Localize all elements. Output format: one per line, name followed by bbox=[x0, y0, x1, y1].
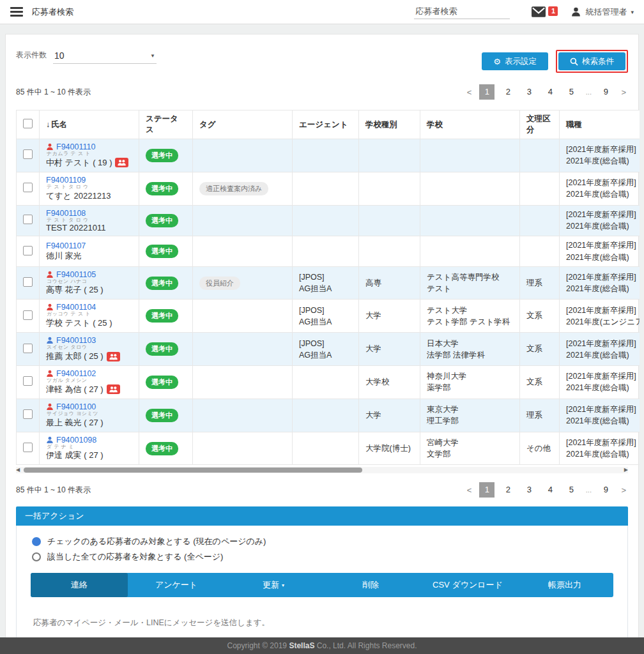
page-button[interactable]: 3 bbox=[521, 84, 537, 100]
row-checkbox[interactable] bbox=[23, 344, 33, 353]
status-badge: 選考中 bbox=[146, 149, 178, 162]
page-button[interactable]: 5 bbox=[564, 84, 579, 100]
target-radio[interactable] bbox=[32, 537, 41, 546]
page-button[interactable]: 2 bbox=[500, 84, 516, 100]
table-row: F94001102 ツガル タメシン 津軽 為信 ( 27 ) 選考中 大学校 … bbox=[17, 366, 640, 399]
prev-page-button[interactable]: < bbox=[465, 87, 474, 97]
applicant-name: 推薦 太郎 ( 25 ) bbox=[46, 351, 103, 362]
search-input[interactable] bbox=[414, 5, 510, 19]
page-button[interactable]: 1 bbox=[479, 482, 494, 498]
applicant-name: 伊達 成実 ( 27 ) bbox=[46, 450, 103, 461]
person-icon bbox=[46, 271, 54, 278]
table-row: F94001110 ナカムラ テ ス ト 中村 テスト ( 19 ) 選考中 [… bbox=[17, 139, 640, 172]
people-badge-icon bbox=[107, 384, 120, 394]
col-header-bunri: 文理区分 bbox=[520, 110, 560, 139]
furigana: サイジョウ ヨシミツ bbox=[47, 411, 132, 417]
search-conditions-button[interactable]: 検索条件 bbox=[558, 52, 625, 70]
select-all-checkbox[interactable] bbox=[23, 119, 33, 128]
col-header-job: 職種 bbox=[560, 110, 640, 139]
applicant-name: てすと 20221213 bbox=[46, 190, 111, 202]
applicant-id-link[interactable]: F94001102 bbox=[56, 369, 96, 378]
copyright-pre: Copyright © 2019 bbox=[227, 641, 289, 650]
user-menu[interactable]: 統括管理者 ▾ bbox=[571, 6, 634, 18]
furigana: ガッコウ テ ス ト bbox=[47, 312, 132, 317]
agent-cell bbox=[293, 366, 359, 399]
mail-icon[interactable] bbox=[532, 6, 546, 17]
agent-cell bbox=[293, 432, 359, 465]
row-checkbox[interactable] bbox=[23, 149, 33, 159]
per-page-select[interactable]: 10 ▼ bbox=[53, 50, 157, 64]
furigana: ダ テ ナ ミ bbox=[47, 445, 132, 450]
page-button[interactable]: 2 bbox=[500, 482, 516, 498]
applicant-id-link[interactable]: F94001107 bbox=[46, 241, 86, 250]
col-header-tag: タグ bbox=[193, 110, 293, 139]
sort-desc-icon[interactable]: ↓ bbox=[46, 120, 50, 129]
search-conditions-highlight: 検索条件 bbox=[556, 50, 628, 73]
applicant-id-link[interactable]: F94001098 bbox=[56, 436, 96, 445]
row-checkbox[interactable] bbox=[23, 215, 33, 224]
job-cell: [2021年度新卒採用] 2021年度(総合職) bbox=[560, 432, 640, 465]
scroll-right-icon[interactable]: ▶ bbox=[624, 467, 628, 473]
status-badge: 選考中 bbox=[146, 376, 178, 389]
applicant-id-link[interactable]: F94001108 bbox=[46, 209, 86, 218]
page-button[interactable]: 4 bbox=[542, 84, 558, 100]
page-button[interactable]: 9 bbox=[598, 84, 613, 100]
school-type-cell bbox=[359, 172, 420, 205]
furigana: テ ス ト タ ロ ウ bbox=[47, 185, 132, 190]
bulk-tabbar: 連絡アンケート更新▾削除CSV ダウンロード帳票出力 bbox=[31, 573, 613, 597]
job-cell: [2021年度新卒採用] 2021年度(総合職) bbox=[560, 172, 640, 205]
row-checkbox[interactable] bbox=[23, 376, 33, 386]
page-button[interactable]: 5 bbox=[564, 482, 579, 498]
brand-name: StellaS bbox=[289, 641, 314, 650]
table-row: F94001108 テ ス ト タ ロ ウ TEST 20221011 選考中 … bbox=[17, 205, 640, 236]
page-ellipsis: ... bbox=[585, 84, 592, 100]
job-cell: [2021年度新卒採用] 2021年度(エンジニア bbox=[560, 300, 640, 333]
next-page-button[interactable]: > bbox=[619, 87, 628, 97]
row-checkbox[interactable] bbox=[23, 246, 33, 255]
scrollbar-thumb[interactable] bbox=[24, 468, 362, 473]
col-header-school-type: 学校種別 bbox=[359, 110, 420, 139]
applicant-id-link[interactable]: F94001104 bbox=[56, 303, 96, 312]
applicant-name: 学校 テスト ( 25 ) bbox=[46, 317, 112, 329]
bulk-tab[interactable]: 連絡 bbox=[31, 573, 128, 597]
status-badge: 選考中 bbox=[146, 214, 178, 227]
row-checkbox[interactable] bbox=[23, 310, 33, 320]
topbar: 応募者検索 1 統括管理者 ▾ bbox=[0, 0, 644, 24]
applicant-id-link[interactable]: F94001109 bbox=[46, 176, 86, 185]
table-row: F94001103 スイセン タロウ 推薦 太郎 ( 25 ) 選考中 [JPO… bbox=[17, 333, 640, 366]
bulk-tab[interactable]: 帳票出力 bbox=[516, 573, 613, 597]
row-checkbox[interactable] bbox=[23, 183, 33, 192]
display-settings-button[interactable]: ⚙ 表示設定 bbox=[482, 52, 548, 70]
row-checkbox[interactable] bbox=[23, 277, 33, 287]
bunri-cell bbox=[520, 139, 560, 172]
furigana: コウセン ハナコ bbox=[47, 279, 132, 285]
page-button[interactable]: 9 bbox=[598, 482, 613, 498]
row-checkbox[interactable] bbox=[23, 409, 33, 419]
gear-icon: ⚙ bbox=[493, 57, 501, 66]
scroll-left-icon[interactable]: ◀ bbox=[16, 467, 20, 473]
applicant-id-link[interactable]: F94001100 bbox=[56, 402, 96, 411]
table-row: F94001105 コウセン ハナコ 高専 花子 ( 25 ) 選考中 役員紹介… bbox=[17, 266, 640, 300]
per-page-value: 10 bbox=[54, 50, 65, 61]
pagination: <12345...9> bbox=[465, 84, 628, 100]
applicant-id-link[interactable]: F94001103 bbox=[56, 336, 96, 345]
page-button[interactable]: 1 bbox=[479, 84, 494, 100]
bulk-tab[interactable]: CSV ダウンロード bbox=[419, 573, 516, 597]
applicant-table: ↓氏名 ステータス タグ エージェント 学校種別 学校 文理区分 職種 F940… bbox=[16, 110, 640, 465]
row-checkbox[interactable] bbox=[23, 443, 33, 452]
applicant-id-link[interactable]: F94001105 bbox=[56, 270, 96, 279]
col-header-name[interactable]: 氏名 bbox=[51, 120, 67, 129]
bulk-tab[interactable]: アンケート bbox=[128, 573, 225, 597]
bulk-tab[interactable]: 更新▾ bbox=[225, 573, 322, 597]
school-cell bbox=[420, 139, 520, 172]
target-radio[interactable] bbox=[32, 552, 41, 561]
prev-page-button[interactable]: < bbox=[465, 485, 474, 495]
page-button[interactable]: 4 bbox=[542, 482, 558, 498]
page-button[interactable]: 3 bbox=[521, 482, 537, 498]
next-page-button[interactable]: > bbox=[619, 485, 628, 495]
hamburger-menu-icon[interactable] bbox=[10, 7, 23, 17]
bulk-tab[interactable]: 削除 bbox=[322, 573, 419, 597]
applicant-id-link[interactable]: F94001110 bbox=[56, 142, 95, 151]
tag-pill: 適正検査案内済み bbox=[199, 182, 268, 195]
page-ellipsis: ... bbox=[585, 482, 592, 498]
